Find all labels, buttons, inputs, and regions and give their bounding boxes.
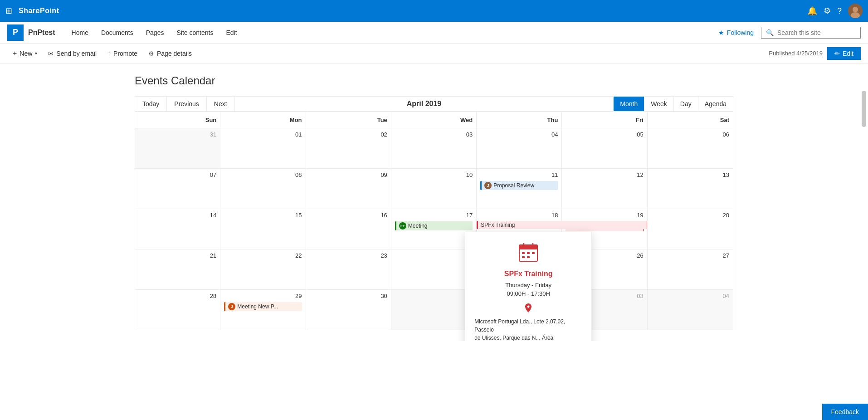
today-button[interactable]: Today bbox=[135, 97, 167, 111]
day-apr20: 20 bbox=[648, 209, 733, 249]
view-agenda-button[interactable]: Agenda bbox=[698, 97, 733, 111]
spfx-label: SPFx Training bbox=[481, 222, 515, 228]
week-row-2: 07 08 09 10 11 J Proposal Review 12 13 bbox=[135, 169, 733, 209]
header-mon: Mon bbox=[220, 112, 306, 128]
send-email-button[interactable]: ✉ Send by email bbox=[43, 44, 102, 63]
send-label: Send by email bbox=[56, 50, 97, 57]
view-day-button[interactable]: Day bbox=[673, 97, 698, 111]
spfx-training-event[interactable]: SPFx Training bbox=[477, 221, 647, 229]
popup-calendar-icon-wrapper bbox=[474, 241, 582, 264]
edit-label: Edit bbox=[843, 50, 853, 57]
star-icon: ★ bbox=[718, 29, 724, 36]
top-bar: ⊞ SharePoint 🔔 ⚙ ? bbox=[0, 0, 868, 22]
scrollbar-thumb[interactable] bbox=[862, 91, 866, 127]
day-apr18: 18 SPFx Training bbox=[477, 209, 562, 249]
bell-icon[interactable]: 🔔 bbox=[807, 6, 817, 16]
new-button[interactable]: + New ▾ bbox=[7, 44, 43, 63]
help-icon[interactable]: ? bbox=[837, 6, 842, 16]
meeting-new-event[interactable]: J Meeting New P... bbox=[224, 302, 302, 311]
nav-home[interactable]: Home bbox=[66, 22, 94, 44]
view-month-button[interactable]: Month bbox=[614, 97, 644, 111]
waffle-icon[interactable]: ⊞ bbox=[5, 6, 12, 16]
svg-rect-11 bbox=[527, 256, 530, 258]
promote-icon: ↑ bbox=[107, 50, 111, 57]
svg-rect-4 bbox=[519, 245, 537, 249]
email-icon: ✉ bbox=[48, 50, 54, 57]
svg-rect-7 bbox=[522, 252, 525, 254]
svg-rect-8 bbox=[527, 252, 530, 254]
day-apr12: 12 bbox=[562, 169, 647, 209]
nav-documents[interactable]: Documents bbox=[96, 22, 139, 44]
toolbar: + New ▾ ✉ Send by email ↑ Promote ⚙ Page… bbox=[0, 44, 868, 63]
published-text: Published 4/25/2019 bbox=[769, 50, 823, 57]
day-apr29: 29 J Meeting New P... bbox=[220, 290, 306, 330]
chevron-down-icon: ▾ bbox=[35, 51, 37, 56]
day-apr22: 22 bbox=[220, 249, 306, 289]
day-apr11: 11 J Proposal Review bbox=[477, 169, 562, 209]
calendar-grid: Sun Mon Tue Wed Thu Fri Sat 31 01 02 03 … bbox=[135, 112, 733, 330]
new-label: New bbox=[20, 50, 32, 57]
user-avatar[interactable] bbox=[848, 4, 863, 18]
event-popup: SPFx Training Thursday - Friday 09:00H -… bbox=[465, 232, 592, 341]
settings-icon[interactable]: ⚙ bbox=[824, 6, 831, 16]
day-apr10: 10 bbox=[391, 169, 477, 209]
header-sat: Sat bbox=[648, 112, 733, 128]
plus-icon: + bbox=[13, 49, 17, 58]
promote-button[interactable]: ↑ Promote bbox=[102, 44, 143, 63]
nav-pages[interactable]: Pages bbox=[141, 22, 170, 44]
meeting-new-avatar: J bbox=[228, 303, 235, 310]
day-apr23: 23 bbox=[306, 249, 391, 289]
popup-time-range: 09:00H - 17:30H bbox=[474, 290, 582, 297]
app-name: SharePoint bbox=[19, 7, 59, 15]
day-apr28: 28 bbox=[135, 290, 220, 330]
month-label: April 2019 bbox=[235, 100, 614, 108]
svg-point-1 bbox=[853, 7, 858, 12]
gear-icon: ⚙ bbox=[148, 50, 154, 57]
day-apr27: 27 bbox=[648, 249, 733, 289]
header-thu: Thu bbox=[477, 112, 562, 128]
page-details-button[interactable]: ⚙ Page details bbox=[143, 44, 197, 63]
meeting-new-label: Meeting New P... bbox=[237, 303, 278, 310]
view-week-button[interactable]: Week bbox=[644, 97, 673, 111]
nav-edit[interactable]: Edit bbox=[220, 22, 242, 44]
calendar-title: Events Calendar bbox=[135, 74, 733, 87]
following-label: Following bbox=[727, 29, 754, 36]
day-apr30: 30 bbox=[306, 290, 391, 330]
page-content: Events Calendar Today Previous Next Apri… bbox=[117, 63, 751, 341]
previous-button[interactable]: Previous bbox=[167, 97, 206, 111]
header-tue: Tue bbox=[306, 112, 391, 128]
day-apr21: 21 bbox=[135, 249, 220, 289]
header-wed: Wed bbox=[391, 112, 477, 128]
next-button[interactable]: Next bbox=[207, 97, 234, 111]
popup-location-icon bbox=[474, 303, 582, 315]
meeting-event[interactable]: FT Meeting bbox=[395, 221, 473, 230]
svg-rect-10 bbox=[522, 256, 525, 258]
page-details-label: Page details bbox=[157, 50, 192, 57]
day-apr15: 15 bbox=[220, 209, 306, 249]
header-sun: Sun bbox=[135, 112, 220, 128]
day-apr03: 03 bbox=[391, 128, 477, 168]
following-button[interactable]: ★ Following bbox=[718, 29, 754, 36]
day-apr13: 13 bbox=[648, 169, 733, 209]
top-bar-right: 🔔 ⚙ ? bbox=[807, 4, 863, 18]
search-box: 🔍 bbox=[761, 27, 861, 39]
day-apr06: 06 bbox=[648, 128, 733, 168]
svg-rect-9 bbox=[532, 252, 535, 254]
toolbar-right: Published 4/25/2019 ✏ Edit bbox=[769, 47, 861, 60]
proposal-review-event[interactable]: J Proposal Review bbox=[480, 181, 558, 190]
popup-address: Microsoft Portugal Lda., Lote 2.07.02, P… bbox=[474, 317, 582, 341]
day-apr07: 07 bbox=[135, 169, 220, 209]
week-row-4: 21 22 23 24 25 26 27 bbox=[135, 249, 733, 290]
event-avatar: J bbox=[484, 182, 492, 189]
search-input[interactable] bbox=[777, 29, 856, 36]
edit-button[interactable]: ✏ Edit bbox=[827, 47, 861, 60]
week-row-5: 28 29 J Meeting New P... 30 01 02 03 04 bbox=[135, 290, 733, 330]
site-nav-links: Home Documents Pages Site contents Edit bbox=[66, 22, 718, 44]
nav-site-contents[interactable]: Site contents bbox=[171, 22, 219, 44]
event-avatar-meeting: FT bbox=[399, 222, 406, 230]
week-row-1: 31 01 02 03 04 05 06 bbox=[135, 128, 733, 169]
week-row-3: 14 15 16 17 FT Meeting 18 SPFx Training bbox=[135, 209, 733, 249]
site-logo: P bbox=[7, 24, 24, 41]
day-apr14: 14 bbox=[135, 209, 220, 249]
calendar-controls-row: Today Previous Next April 2019 Month Wee… bbox=[135, 96, 733, 112]
